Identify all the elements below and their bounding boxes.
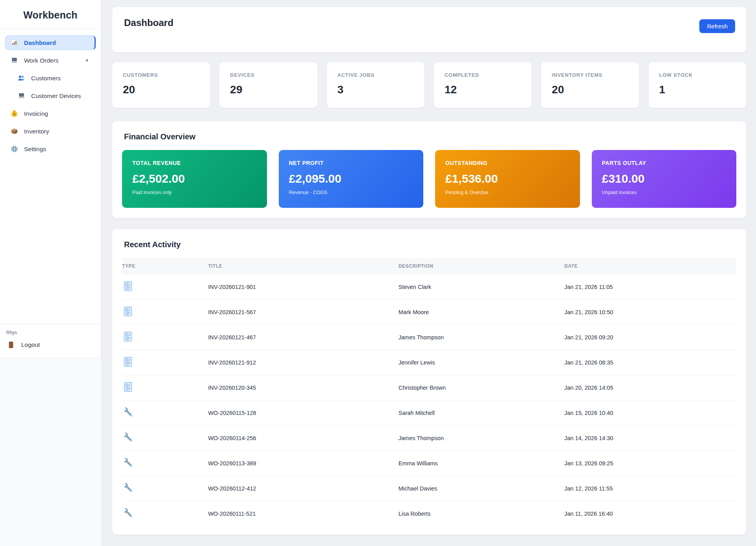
sidebar-item-customers[interactable]: Customers: [5, 71, 96, 85]
refresh-button[interactable]: Refresh: [699, 19, 735, 33]
table-row: INV-20260121-467 James Thompson Jan 21, …: [122, 325, 736, 350]
wrench-icon: [122, 406, 134, 418]
row-title: WO-20260114-256: [208, 426, 398, 451]
sidebar-item-settings[interactable]: Settings: [5, 142, 96, 156]
row-title: WO-20260115-128: [208, 400, 398, 426]
sidebar-item-inventory[interactable]: Inventory: [5, 124, 96, 139]
stat-value: 12: [445, 83, 521, 96]
financial-card-value: £310.00: [602, 172, 726, 185]
row-type-cell: [122, 375, 208, 400]
column-header-title: Title: [208, 258, 398, 274]
table-header: Type Title Description Date: [122, 258, 736, 274]
row-date: Jan 21, 2026 08:35: [564, 350, 736, 375]
table-row: WO-20260113-389 Emma Williams Jan 13, 20…: [122, 451, 736, 476]
sidebar-item-invoicing[interactable]: $ Invoicing: [5, 106, 96, 121]
logout-button[interactable]: Logout: [6, 341, 94, 349]
laptop-icon: [17, 92, 26, 100]
recent-activity-title: Recent Activity: [124, 240, 736, 249]
row-title: INV-20260120-345: [208, 375, 398, 400]
financial-card-label: NET PROFIT: [289, 160, 413, 166]
row-date: Jan 20, 2026 14:05: [564, 375, 736, 400]
sidebar-item-label: Inventory: [24, 128, 49, 135]
financial-cards: TOTAL REVENUE £2,502.00 Paid invoices on…: [122, 150, 736, 208]
row-date: Jan 12, 2026 11:55: [564, 476, 736, 501]
table-row: WO-20260112-412 Michael Davies Jan 12, 2…: [122, 476, 736, 501]
sidebar-item-customer-devices[interactable]: Customer Devices: [5, 89, 96, 103]
column-header-description: Description: [398, 258, 564, 274]
stat-label: COMPLETED: [445, 72, 521, 78]
wrench-icon: [122, 507, 134, 519]
row-description: Jennifer Lewis: [398, 350, 564, 375]
row-type-cell: [122, 300, 208, 325]
column-header-type: Type: [122, 258, 208, 274]
sidebar-item-label: Work Orders: [24, 57, 59, 64]
row-description: Mark Moore: [398, 300, 564, 325]
door-icon: [7, 341, 15, 349]
row-date: Jan 11, 2026 16:40: [564, 501, 736, 526]
stat-card-devices: DEVICES 29: [219, 62, 317, 108]
row-type-cell: [122, 350, 208, 375]
sidebar: Workbench Dashboard Work Orders ▼: [0, 0, 101, 546]
stat-card-low-stock: LOW STOCK 1: [649, 62, 746, 108]
table-row: INV-20260120-345 Christopher Brown Jan 2…: [122, 375, 736, 400]
stat-label: ACTIVE JOBS: [337, 72, 414, 78]
wrench-icon: [122, 431, 134, 443]
stat-card-active-jobs: ACTIVE JOBS 3: [327, 62, 424, 108]
financial-card-label: OUTSTANDING: [445, 160, 570, 166]
row-title: INV-20260121-901: [208, 274, 398, 300]
chevron-down-icon[interactable]: ▼: [85, 58, 91, 63]
receipt-icon: [122, 356, 134, 368]
row-date: Jan 21, 2026 10:50: [564, 300, 736, 325]
receipt-icon: [122, 305, 134, 317]
row-type-cell: [122, 426, 208, 451]
sidebar-item-label: Invoicing: [24, 110, 48, 117]
receipt-icon: [122, 331, 134, 342]
row-date: Jan 14, 2026 14:30: [564, 426, 736, 451]
row-date: Jan 21, 2026 11:05: [564, 274, 736, 300]
row-type-cell: [122, 476, 208, 501]
recent-activity-table: Type Title Description Date INV-20260121…: [122, 258, 736, 526]
row-type-cell: [122, 501, 208, 526]
financial-card-outstanding: OUTSTANDING £1,536.00 Pending & Overdue: [435, 150, 580, 208]
gear-icon: [10, 145, 19, 153]
package-icon: [10, 127, 19, 135]
table-row: INV-20260121-912 Jennifer Lewis Jan 21, …: [122, 350, 736, 375]
row-title: INV-20260121-567: [208, 300, 398, 325]
stat-label: DEVICES: [230, 72, 306, 78]
stat-label: LOW STOCK: [659, 72, 736, 78]
money-bag-icon: $: [10, 109, 19, 118]
stat-card-customers: CUSTOMERS 20: [112, 62, 210, 108]
stat-value: 1: [659, 83, 736, 96]
row-title: INV-20260121-467: [208, 325, 398, 350]
row-date: Jan 15, 2026 10:40: [564, 400, 736, 426]
table-row: INV-20260121-567 Mark Moore Jan 21, 2026…: [122, 300, 736, 325]
financial-card-net-profit: NET PROFIT £2,095.00 Revenue - COGS: [279, 150, 424, 208]
table-row: INV-20260121-901 Steven Clark Jan 21, 20…: [122, 274, 736, 300]
sidebar-item-label: Customers: [31, 75, 61, 82]
row-description: James Thompson: [398, 426, 564, 451]
financial-card-note: Paid invoices only: [132, 190, 257, 195]
sidebar-item-work-orders[interactable]: Work Orders ▼: [5, 53, 96, 68]
bar-chart-icon: [10, 39, 19, 47]
row-description: James Thompson: [398, 325, 564, 350]
row-title: WO-20260112-412: [208, 476, 398, 501]
row-description: Sarah Mitchell: [398, 400, 564, 426]
financial-card-label: PARTS OUTLAY: [602, 160, 726, 166]
main-content: Dashboard Refresh CUSTOMERS 20 DEVICES 2…: [101, 0, 756, 546]
row-description: Steven Clark: [398, 274, 564, 300]
app-brand: Workbench: [0, 0, 101, 29]
sidebar-item-label: Customer Devices: [31, 93, 81, 100]
activity-table-body: INV-20260121-901 Steven Clark Jan 21, 20…: [122, 274, 736, 526]
app-root: Workbench Dashboard Work Orders ▼: [0, 0, 756, 546]
stat-value: 29: [230, 83, 306, 96]
row-description: Emma Williams: [398, 451, 564, 476]
sidebar-item-dashboard[interactable]: Dashboard: [5, 35, 96, 50]
stat-value: 20: [552, 83, 628, 96]
row-title: WO-20260113-389: [208, 451, 398, 476]
financial-card-label: TOTAL REVENUE: [132, 160, 257, 166]
financial-overview-section: Financial Overview TOTAL REVENUE £2,502.…: [112, 121, 746, 218]
stats-row: CUSTOMERS 20 DEVICES 29 ACTIVE JOBS 3 CO…: [112, 62, 746, 108]
financial-card-parts-outlay: PARTS OUTLAY £310.00 Unpaid invoices: [592, 150, 737, 208]
row-description: Lisa Roberts: [398, 501, 564, 526]
financial-card-note: Pending & Overdue: [445, 190, 570, 195]
